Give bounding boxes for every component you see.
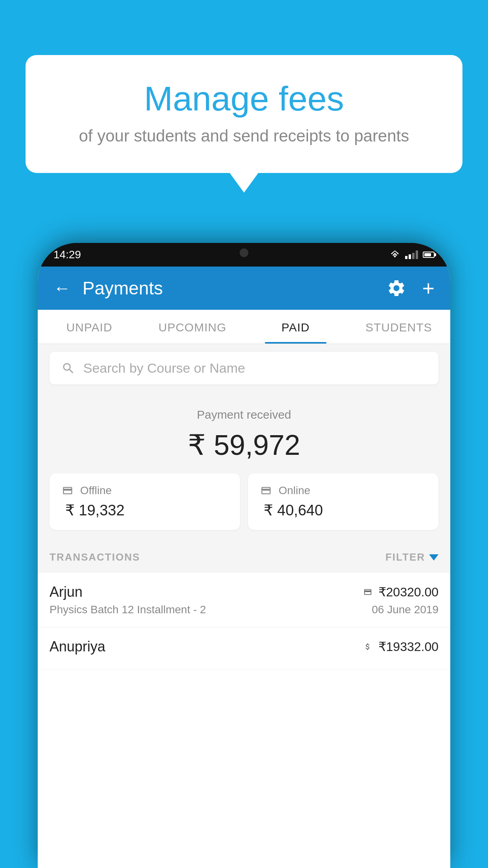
page-title: Payments <box>83 278 163 299</box>
app-header: ← Payments + <box>38 267 450 310</box>
transactions-label: TRANSACTIONS <box>50 551 140 563</box>
tab-unpaid[interactable]: UNPAID <box>38 310 141 344</box>
header-left: ← Payments <box>53 278 163 299</box>
search-container: Search by Course or Name <box>38 344 450 392</box>
status-bar: 14:29 <box>38 243 450 267</box>
header-right: + <box>387 278 435 299</box>
status-icons <box>389 250 435 259</box>
tab-students[interactable]: STUDENTS <box>347 310 451 344</box>
offline-payment-card: Offline ₹ 19,332 <box>50 473 240 530</box>
search-icon <box>61 361 75 375</box>
filter-button[interactable]: FILTER <box>385 551 438 563</box>
online-card-header: Online <box>260 484 427 497</box>
payment-total-amount: ₹ 59,972 <box>50 428 438 462</box>
search-bar[interactable]: Search by Course or Name <box>50 352 438 384</box>
back-button[interactable]: ← <box>53 278 71 298</box>
payment-received-label: Payment received <box>50 408 438 421</box>
offline-card-amount: ₹ 19,332 <box>61 502 228 519</box>
transaction-payment-icon-1 <box>362 588 374 596</box>
phone-frame: 14:29 ← Paym <box>38 243 450 868</box>
online-card-type: Online <box>279 484 310 497</box>
offline-card-header: Offline <box>61 484 228 497</box>
table-row: Anupriya ₹19332.00 <box>38 627 450 669</box>
speech-bubble-container: Manage fees of your students and send re… <box>26 55 462 173</box>
table-row: Arjun ₹20320.00 Physics Batch 12 Install… <box>38 573 450 627</box>
payment-cards: Offline ₹ 19,332 Online ₹ 40,640 <box>50 473 438 530</box>
tab-upcoming[interactable]: UPCOMING <box>141 310 244 344</box>
transaction-payment-icon-2 <box>362 642 374 651</box>
wifi-icon <box>389 250 400 259</box>
transaction-date-1: 06 June 2019 <box>372 603 438 616</box>
tabs-bar: UNPAID UPCOMING PAID STUDENTS <box>38 310 450 344</box>
transactions-header: TRANSACTIONS FILTER <box>38 542 450 573</box>
offline-card-type: Offline <box>80 484 112 497</box>
app-content: ← Payments + UNPAID UPCOMING PAID STUDEN… <box>38 267 450 868</box>
payment-summary: Payment received ₹ 59,972 Offline ₹ 19,3… <box>38 392 450 542</box>
online-card-amount: ₹ 40,640 <box>260 502 427 519</box>
signal-bars <box>405 250 418 259</box>
speech-bubble-title: Manage fees <box>57 79 431 119</box>
notch-cutout <box>209 243 279 263</box>
search-placeholder: Search by Course or Name <box>83 360 245 376</box>
speech-bubble: Manage fees of your students and send re… <box>26 55 462 173</box>
transaction-course-1: Physics Batch 12 Installment - 2 <box>50 603 206 616</box>
tab-paid[interactable]: PAID <box>244 310 347 344</box>
transaction-name-1: Arjun <box>50 584 83 600</box>
add-button[interactable]: + <box>422 278 435 299</box>
transaction-name-2: Anupriya <box>50 638 105 655</box>
speech-bubble-subtitle: of your students and send receipts to pa… <box>57 127 431 145</box>
filter-icon <box>429 554 438 561</box>
camera-dot <box>240 248 248 257</box>
battery-icon <box>423 252 435 258</box>
settings-icon[interactable] <box>387 278 406 298</box>
status-time: 14:29 <box>53 248 81 261</box>
offline-payment-icon <box>61 485 74 496</box>
online-payment-card: Online ₹ 40,640 <box>248 473 438 530</box>
transaction-amount-2: ₹19332.00 <box>378 639 438 654</box>
transaction-amount-1: ₹20320.00 <box>378 585 438 600</box>
online-payment-icon <box>260 485 272 496</box>
